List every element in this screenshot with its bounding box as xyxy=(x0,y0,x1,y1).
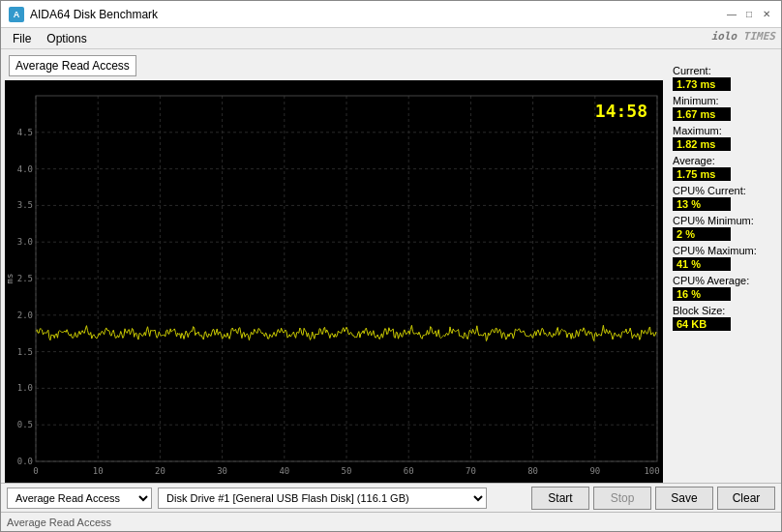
stats-panel: Current: 1.73 ms Minimum: 1.67 ms Maximu… xyxy=(667,49,781,483)
maximum-label: Maximum: xyxy=(673,125,775,136)
current-value: 1.73 ms xyxy=(673,77,731,91)
minimum-label: Minimum: xyxy=(673,95,775,106)
minimum-value: 1.67 ms xyxy=(673,107,731,121)
cpu-minimum-value: 2 % xyxy=(673,227,731,241)
block-size-value: 64 KB xyxy=(673,317,731,331)
menu-options[interactable]: Options xyxy=(39,30,94,47)
action-buttons: Start Stop Save Clear xyxy=(531,487,775,510)
current-label: Current: xyxy=(673,65,775,76)
chart-and-panel: Average Read Access Current: 1.73 ms Min… xyxy=(1,49,781,483)
block-size-label: Block Size: xyxy=(673,305,775,316)
menu-bar: File Options iolo TIMES xyxy=(1,28,781,49)
app-icon: A xyxy=(9,7,24,22)
average-label: Average: xyxy=(673,155,775,166)
benchmark-dropdown[interactable]: Average Read Access xyxy=(7,488,152,509)
status-bar: Average Read Access xyxy=(1,512,781,531)
cpu-maximum-value: 41 % xyxy=(673,257,731,271)
cpu-average-value: 16 % xyxy=(673,287,731,301)
app-window: A AIDA64 Disk Benchmark — □ ✕ File Optio… xyxy=(0,0,782,532)
content-area: Average Read Access Current: 1.73 ms Min… xyxy=(1,49,781,531)
benchmark-chart xyxy=(5,80,663,483)
start-button[interactable]: Start xyxy=(531,487,589,510)
logo: iolo TIMES xyxy=(707,28,779,44)
chart-section: Average Read Access xyxy=(1,49,667,483)
drive-dropdown[interactable]: Disk Drive #1 [General USB Flash Disk] (… xyxy=(158,488,487,509)
cpu-average-label: CPU% Average: xyxy=(673,275,775,286)
average-value: 1.75 ms xyxy=(673,167,731,181)
status-text: Average Read Access xyxy=(7,517,111,528)
cpu-minimum-label: CPU% Minimum: xyxy=(673,215,775,226)
save-button[interactable]: Save xyxy=(655,487,713,510)
window-controls: — □ ✕ xyxy=(725,8,773,21)
chart-title-label: Average Read Access xyxy=(9,55,136,76)
minimize-button[interactable]: — xyxy=(725,8,738,21)
menu-file[interactable]: File xyxy=(5,30,39,47)
stop-button[interactable]: Stop xyxy=(593,487,651,510)
controls-bar: Average Read Access Disk Drive #1 [Gener… xyxy=(1,483,781,512)
maximum-value: 1.82 ms xyxy=(673,137,731,151)
cpu-current-value: 13 % xyxy=(673,197,731,211)
close-button[interactable]: ✕ xyxy=(760,8,773,21)
cpu-maximum-label: CPU% Maximum: xyxy=(673,245,775,256)
cpu-current-label: CPU% Current: xyxy=(673,185,775,196)
title-bar: A AIDA64 Disk Benchmark — □ ✕ xyxy=(1,1,781,28)
window-title: AIDA64 Disk Benchmark xyxy=(30,8,725,21)
logo-text: iolo TIMES xyxy=(711,30,775,43)
clear-button[interactable]: Clear xyxy=(717,487,775,510)
maximize-button[interactable]: □ xyxy=(742,8,756,21)
